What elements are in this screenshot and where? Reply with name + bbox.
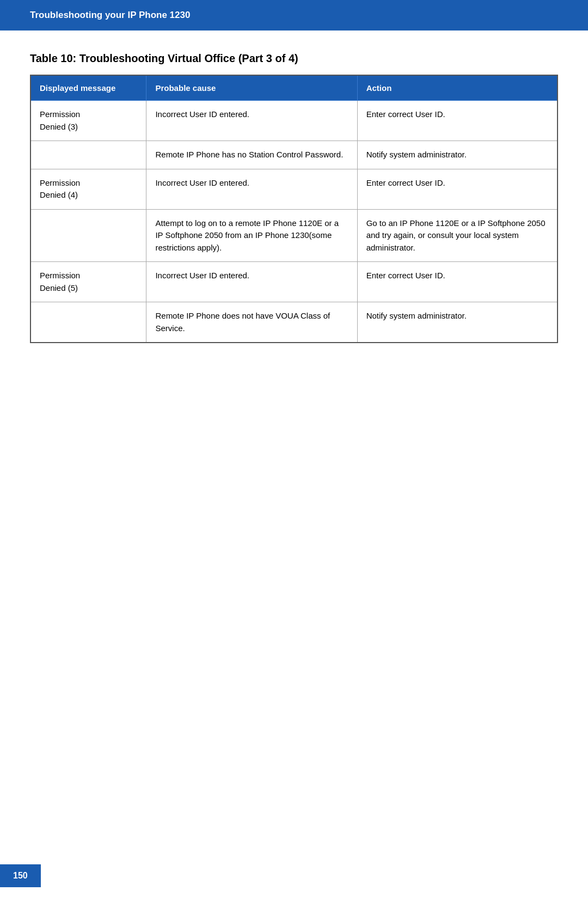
table-row: Permission Denied (3)Incorrect User ID e… xyxy=(30,101,558,141)
table-title: Table 10: Troubleshooting Virtual Office… xyxy=(30,52,558,65)
cell-displayed: Permission Denied (4) xyxy=(30,169,146,209)
col-header-action: Action xyxy=(357,75,558,101)
table-row: Attempt to log on to a remote IP Phone 1… xyxy=(30,209,558,262)
page-footer: 150 xyxy=(0,864,41,887)
cell-action: Go to an IP Phone 1120E or a IP Softphon… xyxy=(357,209,558,262)
cell-probable: Remote IP Phone does not have VOUA Class… xyxy=(146,302,357,343)
cell-displayed: Permission Denied (5) xyxy=(30,262,146,302)
troubleshooting-table: Displayed message Probable cause Action … xyxy=(30,75,558,343)
cell-action: Notify system administrator. xyxy=(357,141,558,169)
cell-probable: Incorrect User ID entered. xyxy=(146,101,357,141)
col-header-displayed: Displayed message xyxy=(30,75,146,101)
table-row: Remote IP Phone has no Station Control P… xyxy=(30,141,558,169)
header-title: Troubleshooting your IP Phone 1230 xyxy=(30,10,190,20)
table-row: Remote IP Phone does not have VOUA Class… xyxy=(30,302,558,343)
cell-probable: Remote IP Phone has no Station Control P… xyxy=(146,141,357,169)
cell-action: Enter correct User ID. xyxy=(357,169,558,209)
cell-displayed xyxy=(30,141,146,169)
cell-displayed xyxy=(30,209,146,262)
cell-probable: Incorrect User ID entered. xyxy=(146,169,357,209)
page-content: Table 10: Troubleshooting Virtual Office… xyxy=(0,30,588,365)
table-row: Permission Denied (5)Incorrect User ID e… xyxy=(30,262,558,302)
cell-probable: Attempt to log on to a remote IP Phone 1… xyxy=(146,209,357,262)
col-header-probable: Probable cause xyxy=(146,75,357,101)
cell-action: Notify system administrator. xyxy=(357,302,558,343)
table-row: Permission Denied (4)Incorrect User ID e… xyxy=(30,169,558,209)
page-number: 150 xyxy=(0,864,41,887)
cell-action: Enter correct User ID. xyxy=(357,101,558,141)
cell-probable: Incorrect User ID entered. xyxy=(146,262,357,302)
cell-displayed: Permission Denied (3) xyxy=(30,101,146,141)
header-bar: Troubleshooting your IP Phone 1230 xyxy=(0,0,588,30)
cell-displayed xyxy=(30,302,146,343)
cell-action: Enter correct User ID. xyxy=(357,262,558,302)
